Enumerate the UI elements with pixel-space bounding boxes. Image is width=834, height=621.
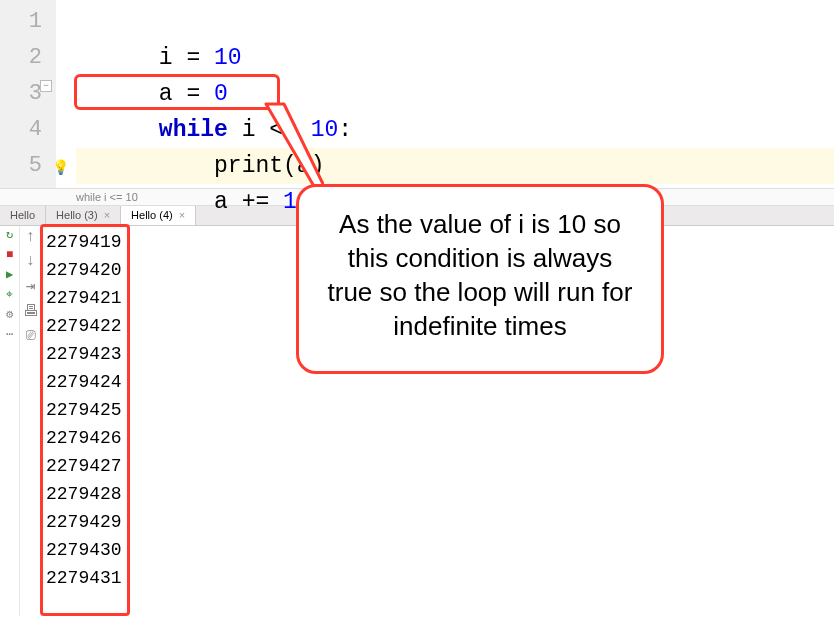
line-number: 3: [6, 76, 42, 112]
code-line: i = 10: [76, 4, 834, 40]
tab-hello[interactable]: Hello: [0, 206, 46, 225]
line-number: 1: [6, 4, 42, 40]
code-editor[interactable]: 1 2 3 4 5 − 💡 i = 10 a = 0 while i <= 10…: [0, 0, 834, 188]
code-token: 1: [283, 189, 297, 215]
code-token: i: [159, 45, 173, 71]
run-tool-column: ↻ ■ ▶ ⌖ ⚙ ⋯: [0, 226, 20, 616]
wrap-icon[interactable]: ⇥: [26, 276, 36, 296]
play-icon[interactable]: ▶: [3, 268, 17, 282]
code-area[interactable]: − 💡 i = 10 a = 0 while i <= 10: print(a)…: [56, 0, 834, 188]
code-token: 0: [214, 81, 228, 107]
code-token: (a): [283, 153, 324, 179]
up-icon[interactable]: ↑: [26, 228, 36, 246]
bug-icon[interactable]: ⌖: [3, 288, 17, 302]
code-token: a: [159, 81, 173, 107]
more-icon[interactable]: ⋯: [3, 328, 17, 342]
console-tool-column: ↑ ↓ ⇥ 🖶 ⎚: [20, 226, 42, 616]
code-token: 10: [214, 45, 242, 71]
code-token: =: [173, 45, 214, 71]
line-number: 2: [6, 40, 42, 76]
rerun-icon[interactable]: ↻: [3, 228, 17, 242]
fold-icon[interactable]: −: [40, 80, 52, 92]
console-line: 2279429: [46, 508, 830, 536]
stop-icon[interactable]: ■: [3, 248, 17, 262]
code-token: i <=: [228, 117, 311, 143]
code-token: :: [338, 117, 352, 143]
clear-icon[interactable]: ⎚: [26, 327, 36, 345]
line-number: 4: [6, 112, 42, 148]
console-line: 2279428: [46, 480, 830, 508]
line-number: 5: [6, 148, 42, 184]
console-line: 2279427: [46, 452, 830, 480]
down-icon[interactable]: ↓: [26, 252, 36, 270]
console-line: 2279430: [46, 536, 830, 564]
code-token: =: [173, 81, 214, 107]
console-line: 2279425: [46, 396, 830, 424]
print-icon[interactable]: 🖶: [23, 302, 39, 321]
gear-icon[interactable]: ⚙: [3, 308, 17, 322]
code-token: 10: [311, 117, 339, 143]
code-token: while: [159, 117, 228, 143]
console-line: 2279426: [46, 424, 830, 452]
line-number-gutter: 1 2 3 4 5: [0, 0, 56, 188]
console-line: 2279431: [46, 564, 830, 592]
code-token: [159, 189, 214, 215]
tab-label: Hello: [10, 209, 35, 221]
code-token: print: [214, 153, 283, 179]
lightbulb-icon[interactable]: 💡: [52, 150, 66, 164]
code-token: a +=: [214, 189, 283, 215]
code-token: [159, 153, 214, 179]
callout-text: As the value of i is 10 so this conditio…: [328, 209, 633, 341]
annotation-callout: As the value of i is 10 so this conditio…: [296, 184, 664, 374]
